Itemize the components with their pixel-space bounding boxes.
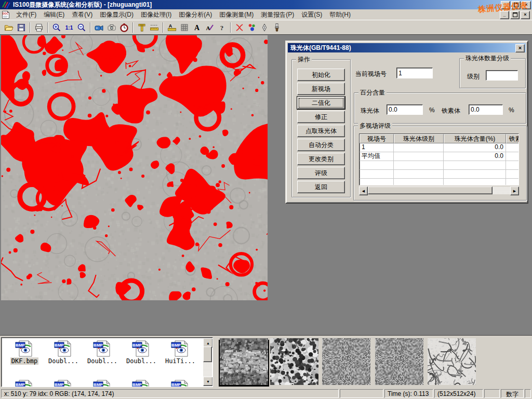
pen-button[interactable] (258, 21, 271, 33)
file-item-4[interactable]: BMPHuiTi... (162, 340, 199, 365)
table-header-1[interactable]: 珠光体级别 (394, 134, 444, 143)
table-cell: 1 (360, 143, 394, 152)
mdi-minimize-button[interactable]: _ (500, 11, 509, 19)
file-item-row2-2[interactable]: BMP (84, 379, 121, 387)
text-button[interactable]: A (191, 21, 203, 33)
ruler-button[interactable] (148, 21, 161, 33)
scroll-thumb[interactable] (368, 187, 493, 194)
status-panel-5: 数字 (501, 389, 524, 398)
menu-item-6[interactable]: 图像测量(M) (216, 9, 257, 20)
mdi-close-button[interactable]: × (521, 11, 530, 19)
table-row-3[interactable] (360, 170, 518, 179)
thumb-2[interactable] (270, 338, 318, 385)
dialog-button-0[interactable]: 初始化 (297, 69, 345, 81)
file-item-0[interactable]: BMPDKF.bmp (6, 340, 43, 365)
thumb-1[interactable] (220, 338, 268, 385)
svg-text:BMP: BMP (55, 382, 64, 387)
scroll-right-button[interactable]: ▶ (510, 187, 519, 195)
menu-item-0[interactable]: 文件(F) (12, 9, 40, 20)
table-row-2[interactable] (360, 161, 518, 170)
file-item-row2-3[interactable]: BMP (123, 379, 160, 387)
title-bar[interactable]: IS100显微摄像系统(金相分析版) - [zhuguangti01] _ × (0, 0, 532, 9)
table-header-2[interactable]: 珠光体含量(%) (444, 134, 506, 143)
menu-item-7[interactable]: 测量报告(P) (257, 9, 298, 20)
dialog-button-7[interactable]: 评级 (297, 167, 345, 179)
toolbar-separator (230, 22, 231, 33)
thumb-3[interactable] (322, 338, 370, 385)
dialog-button-6[interactable]: 更改类别 (297, 153, 345, 165)
menu-item-8[interactable]: 设置(S) (298, 9, 326, 20)
svg-text:BMP: BMP (171, 382, 181, 387)
dialog-button-4[interactable]: 点取珠光体 (297, 125, 345, 137)
svg-text:BMP: BMP (132, 382, 142, 387)
dialog-title-bar[interactable]: 珠光体(GB/T9441-88) × (288, 43, 526, 52)
menu-item-3[interactable]: 图像显示(D) (96, 9, 137, 20)
measure-text-button[interactable]: A (166, 21, 178, 33)
file-item-2[interactable]: BMPDoubl... (84, 340, 121, 365)
brush-button[interactable] (271, 21, 283, 33)
scroll-left-button[interactable]: ◀ (359, 187, 368, 195)
svg-text:A: A (194, 24, 200, 32)
bmp-file-icon: BMP (15, 340, 34, 357)
scroll-track[interactable] (368, 187, 510, 194)
minimize-button[interactable]: _ (501, 1, 510, 9)
close-button[interactable]: × (522, 1, 531, 9)
thumb-5[interactable] (428, 338, 476, 385)
dialog-button-2[interactable]: 二值化 (297, 97, 345, 109)
menu-item-4[interactable]: 图像处理(I) (137, 9, 175, 20)
open-file-button[interactable] (3, 21, 15, 33)
annotate-button[interactable]: A (203, 21, 216, 33)
table-row-1[interactable]: 平均值0.0 (360, 152, 518, 161)
file-item-row2-4[interactable]: BMP (162, 379, 199, 387)
timer-button[interactable] (118, 21, 130, 33)
curve-tool-button[interactable] (233, 21, 246, 33)
table-header-3[interactable]: 铁素体含量(%) (506, 134, 519, 143)
dialog-button-5[interactable]: 自动分类 (297, 139, 345, 151)
pearlite-dialog: 珠光体(GB/T9441-88) × 操作 初始化新视场二值化修正点取珠光体自动… (285, 41, 528, 204)
actual-size-button[interactable]: 1:1 (63, 21, 75, 33)
file-item-1[interactable]: BMPDoubl... (45, 340, 82, 365)
help-button[interactable]: ? (216, 21, 228, 33)
actual-size-icon: 1:1 (64, 23, 74, 32)
menu-item-2[interactable]: 查看(V) (68, 9, 96, 20)
micrograph-image[interactable] (1, 35, 268, 300)
status-panel-2: Time (s): 0.113 (384, 389, 433, 398)
table-cell (394, 161, 444, 169)
pearlite-input[interactable] (387, 104, 423, 115)
dialog-close-button[interactable]: × (515, 44, 525, 52)
table-row-0[interactable]: 10.0 (360, 143, 518, 152)
particles-button[interactable] (246, 21, 258, 33)
capture-button[interactable] (105, 21, 118, 33)
level-input[interactable] (486, 70, 518, 81)
vscroll-thumb[interactable] (203, 347, 212, 362)
file-item-row2-1[interactable]: BMP (45, 379, 82, 387)
zoom-in-button[interactable] (50, 21, 63, 33)
ferrite-input[interactable] (469, 104, 503, 115)
menu-item-5[interactable]: 图像分析(A) (175, 9, 216, 20)
bmp-file-icon: BMP (54, 379, 73, 387)
document-icon[interactable]: DOC (1, 10, 10, 19)
table-row-4[interactable] (360, 179, 518, 185)
dialog-button-8[interactable]: 返回 (297, 181, 345, 193)
capture-icon (107, 23, 116, 32)
thumb-4[interactable] (375, 338, 423, 385)
scroll-down-button[interactable]: ▼ (203, 377, 213, 386)
print-button[interactable] (33, 21, 45, 33)
maximize-button[interactable] (511, 1, 521, 9)
file-item-3[interactable]: BMPDoubl... (123, 340, 160, 365)
dialog-button-3[interactable]: 修正 (297, 111, 345, 123)
menu-item-1[interactable]: 编辑(E) (40, 9, 68, 20)
grid-button[interactable] (178, 21, 191, 33)
file-item-row2-0[interactable]: BMP (6, 379, 43, 387)
multi-view-table: 视场号珠光体级别珠光体含量(%)铁素体含量(%)10.0平均值0.0 (359, 134, 519, 185)
save-button[interactable] (15, 21, 28, 33)
zoom-out-button[interactable] (75, 21, 88, 33)
current-view-input[interactable] (396, 68, 433, 78)
video-camera-button[interactable] (93, 21, 105, 33)
caliper-button[interactable] (136, 21, 148, 33)
mdi-restore-button[interactable] (510, 11, 520, 19)
dialog-button-1[interactable]: 新视场 (297, 83, 345, 95)
timer-icon (119, 23, 129, 32)
menu-item-9[interactable]: 帮助(H) (326, 9, 354, 20)
table-header-0[interactable]: 视场号 (360, 134, 394, 143)
